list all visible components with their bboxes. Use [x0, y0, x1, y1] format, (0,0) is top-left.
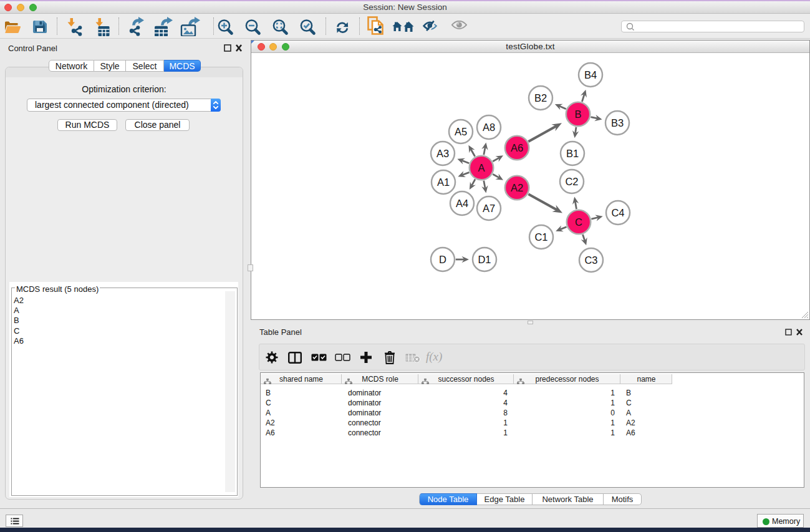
svg-text:A2: A2 — [511, 182, 523, 193]
svg-text:A7: A7 — [483, 203, 495, 214]
svg-text:C3: C3 — [584, 254, 597, 266]
svg-text:C4: C4 — [611, 207, 624, 218]
svg-text:A5: A5 — [455, 126, 467, 137]
svg-text:C2: C2 — [565, 176, 578, 187]
svg-text:A: A — [478, 162, 485, 173]
svg-text:B3: B3 — [611, 117, 624, 128]
svg-text:B4: B4 — [584, 69, 597, 80]
svg-text:A6: A6 — [511, 142, 523, 153]
svg-text:B: B — [574, 109, 581, 120]
svg-text:A3: A3 — [436, 148, 449, 159]
svg-text:D1: D1 — [478, 254, 491, 265]
svg-text:B1: B1 — [566, 148, 579, 159]
svg-text:A1: A1 — [437, 177, 450, 188]
svg-text:C: C — [575, 216, 582, 228]
svg-text:D: D — [439, 254, 446, 265]
svg-text:B2: B2 — [534, 92, 547, 104]
svg-text:A8: A8 — [483, 122, 495, 133]
svg-text:C1: C1 — [534, 231, 547, 243]
svg-text:A4: A4 — [456, 198, 468, 209]
